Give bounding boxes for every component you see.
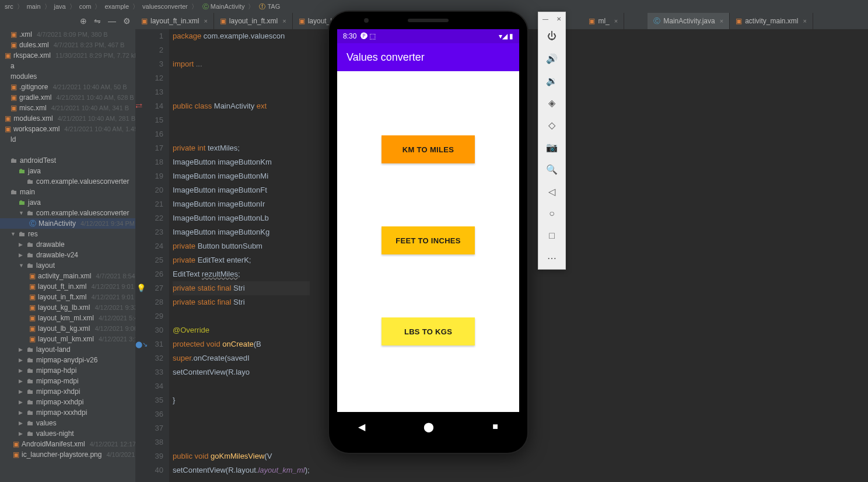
android-statusbar: 8:30 🅟 ⬚ ▾◢ ▮ [337, 29, 519, 43]
tree-item[interactable]: ⒸMainActivity4/12/2021 9:34 PM, 6.26 k [0, 218, 135, 229]
tree-item[interactable]: a [0, 61, 135, 71]
tree-item[interactable]: ▶🖿layout-land [0, 344, 135, 355]
tree-item[interactable]: ▣layout_lb_kg.xml4/12/2021 9:06 PM, 4. [0, 323, 135, 334]
tree-item[interactable]: ▶🖿values [0, 418, 135, 428]
tree-item[interactable]: 🖿com.example.valuesconverter [0, 176, 135, 187]
tree-item[interactable]: ▶🖿mipmap-hdpi [0, 365, 135, 376]
app-title: Values converter [346, 51, 425, 64]
tree-item[interactable]: ▣layout_km_ml.xml4/12/2021 5:40 PM [0, 313, 135, 323]
tree-item[interactable]: 🖿androidTest [0, 155, 135, 166]
emulator-bezel-top [329, 12, 527, 29]
speaker-icon [408, 19, 449, 22]
tree-item[interactable]: ▣activity_main.xml4/7/2021 8:54 PM, 2. [0, 271, 135, 281]
android-navbar[interactable]: ◀ ⬤ ■ [329, 412, 527, 441]
file-tree[interactable]: ▣.xml4/7/2021 8:09 PM, 380 B▣dules.xml4/… [0, 29, 135, 460]
tree-item[interactable]: 🖿java [0, 166, 135, 176]
nav-recents-icon[interactable]: ■ [492, 421, 498, 432]
emulator-tool-button[interactable]: ○ [538, 202, 565, 225]
camera-icon [364, 18, 369, 23]
lightbulb-icon[interactable]: 💡 [136, 281, 146, 295]
tree-item[interactable]: ▣.xml4/7/2021 8:09 PM, 380 B [0, 29, 135, 40]
editor-tab[interactable]: ▣layout_ft_in.xml× [135, 13, 214, 29]
emulator-tool-button[interactable]: ◇ [538, 114, 565, 136]
tree-item[interactable]: ▶🖿mipmap-xhdpi [0, 386, 135, 397]
tree-item[interactable]: ▣misc.xml4/21/2021 10:40 AM, 341 B [0, 103, 135, 113]
emulator-tool-button[interactable]: 🔉 [538, 69, 565, 92]
status-time: 8:30 [343, 32, 356, 40]
editor-tab[interactable]: ▣layout_in_ft.xml× [214, 13, 293, 29]
emulator-tool-button[interactable]: ◁ [538, 180, 565, 202]
app-button[interactable]: FEET TO INCHES [382, 226, 475, 254]
divide-icon[interactable]: — [108, 16, 116, 26]
tree-toolbar: ⊕ ⇋ — ⚙ [0, 13, 135, 29]
tree-item[interactable]: ▶🖿values-night [0, 428, 135, 439]
app-body: KM TO MILESFEET TO INCHESLBS TO KGS [337, 71, 519, 412]
tree-item[interactable]: ▶🖿mipmap-anydpi-v26 [0, 355, 135, 365]
tree-item[interactable]: ▣layout_ml_km.xml4/12/2021 3:10 PM [0, 334, 135, 344]
tree-item[interactable]: 🖿java [0, 197, 135, 208]
nav-back-icon[interactable]: ◀ [358, 421, 365, 432]
override-mark-icon: ⬤↘ [135, 337, 148, 351]
app-bar: Values converter [337, 43, 519, 71]
app-button[interactable]: LBS TO KGS [382, 317, 475, 345]
tree-item[interactable]: ▣layout_kg_lb.xml4/12/2021 9:33 PM, 4. [0, 302, 135, 313]
collapse-icon[interactable]: ⇋ [94, 16, 101, 26]
emulator-screen[interactable]: 8:30 🅟 ⬚ ▾◢ ▮ Values converter KM TO MIL… [337, 29, 519, 412]
app-button[interactable]: KM TO MILES [382, 135, 475, 163]
tree-item[interactable]: ▶🖿drawable-v24 [0, 250, 135, 260]
tree-item[interactable]: ▣workspace.xml4/21/2021 10:40 AM, 1.45 k… [0, 124, 135, 134]
android-emulator: 8:30 🅟 ⬚ ▾◢ ▮ Values converter KM TO MIL… [328, 11, 528, 454]
settings-icon[interactable]: ⚙ [123, 16, 131, 26]
emulator-tool-button[interactable]: 🔊 [538, 47, 565, 69]
target-icon[interactable]: ⊕ [80, 16, 87, 26]
tree-item[interactable]: ld [0, 134, 135, 145]
tree-item[interactable]: ▣.gitignore4/21/2021 10:40 AM, 50 B [0, 82, 135, 92]
tree-item[interactable]: ▶🖿drawable [0, 239, 135, 250]
tree-item[interactable]: ▣layout_in_ft.xml4/12/2021 9:01 PM, 4.6 [0, 292, 135, 302]
tree-item[interactable]: 🖿main [0, 187, 135, 197]
emulator-window-controls[interactable]: —✕ [538, 12, 565, 25]
emulator-tool-button[interactable]: 🔍 [538, 158, 565, 180]
tree-item[interactable]: ▣gradle.xml4/21/2021 10:40 AM, 628 B [0, 92, 135, 103]
tree-item[interactable]: modules [0, 71, 135, 82]
code-content[interactable]: package com.example.valuescon import ...… [169, 29, 310, 482]
tree-item[interactable]: ▼🖿com.example.valuesconverter [0, 208, 135, 218]
line-gutter: 1231213141516171819202122232425262728293… [147, 29, 169, 482]
tree-item[interactable]: ▣AndroidManifest.xml4/12/2021 12:17 PM, … [0, 439, 135, 449]
emulator-tool-button[interactable]: ⏻ [538, 25, 565, 47]
emulator-toolbar: —✕ ⏻🔊🔉◈◇📷🔍◁○□⋯ [538, 12, 566, 270]
emulator-tool-button[interactable]: ⋯ [538, 247, 565, 269]
tree-item[interactable] [0, 145, 135, 155]
tree-item[interactable]: ▣rkspace.xml11/30/2021 8:29 PM, 7.72 kB [0, 50, 135, 61]
emulator-tool-button[interactable]: □ [538, 225, 565, 247]
tree-item[interactable]: ▣modules.xml4/21/2021 10:40 AM, 281 B [0, 113, 135, 124]
tree-item[interactable]: ▶🖿mipmap-xxxhdpi [0, 407, 135, 418]
gutter-marks: ⮂ 💡 ⬤↘ [135, 29, 147, 482]
tree-item[interactable]: ▼🖿res [0, 229, 135, 239]
tree-item[interactable]: ▣layout_ft_in.xml4/12/2021 9:01 PM, 4. [0, 281, 135, 292]
project-tree-panel: ⊕ ⇋ — ⚙ ▣.xml4/7/2021 8:09 PM, 380 B▣dul… [0, 13, 135, 482]
editor-tab[interactable]: ⒸMainActivity.java× [648, 13, 730, 29]
editor-tab[interactable]: ▣ml_× [583, 13, 624, 29]
error-mark-icon: ⮂ [135, 99, 142, 113]
tree-item[interactable]: ▣dules.xml4/7/2021 8:23 PM, 467 B [0, 40, 135, 50]
editor-tab[interactable]: ▣activity_main.xml× [730, 13, 813, 29]
emulator-tool-button[interactable]: 📷 [538, 136, 565, 158]
tree-item[interactable]: ▣ic_launcher-playstore.png4/10/2021 5:26… [0, 449, 135, 460]
status-right: ▾◢ ▮ [499, 32, 513, 40]
nav-home-icon[interactable]: ⬤ [424, 421, 434, 432]
tree-item[interactable]: ▼🖿layout [0, 260, 135, 271]
emulator-tool-button[interactable]: ◈ [538, 92, 565, 114]
tree-item[interactable]: ▶🖿mipmap-mdpi [0, 376, 135, 386]
tree-item[interactable]: ▶🖿mipmap-xxhdpi [0, 397, 135, 407]
